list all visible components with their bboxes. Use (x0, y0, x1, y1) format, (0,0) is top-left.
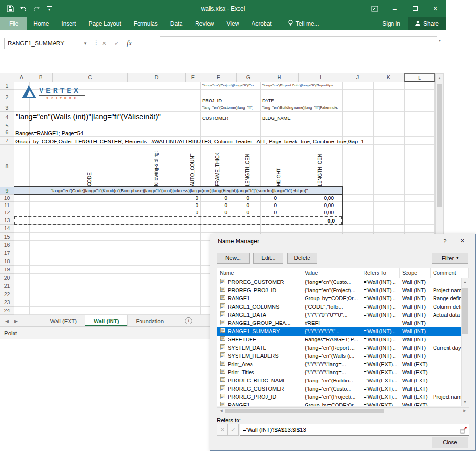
cell-f2[interactable]: PROJ_ID (202, 98, 222, 103)
name-box-dropdown-icon[interactable]: ▾ (81, 41, 90, 46)
name-row[interactable]: RANGE1_SUMMARY {"\"\"\"\"\"\"\"\"... ='W… (217, 327, 462, 336)
row-header[interactable]: 9 (0, 187, 14, 195)
row-header[interactable]: 13 (0, 216, 14, 225)
row-header[interactable]: 7 (0, 137, 14, 145)
name-row[interactable]: RANGE1 Group_by=CODE;Or... ='Wall (INT).… (217, 295, 462, 303)
row-header[interactable]: 11 (0, 202, 14, 209)
name-row[interactable]: RANGE1_GROUP_HEA... #REF! Wall (INT) (217, 319, 462, 327)
save-icon[interactable] (4, 3, 16, 14)
cell-f1[interactable]: "lang="en"(Project)|lang="fi"(Pro (202, 83, 254, 87)
new-button[interactable]: New... (217, 253, 250, 264)
maximize-button[interactable] (405, 0, 425, 17)
column-header[interactable]: I (299, 73, 342, 82)
close-button[interactable]: × (425, 0, 446, 17)
cell-g12[interactable]: 0 (237, 210, 249, 215)
sheet-tab[interactable]: Foundation (128, 315, 173, 326)
filter-button[interactable]: Filter ▾ (432, 253, 468, 264)
cell-f12[interactable]: 0 (200, 210, 227, 215)
ribbon-tab[interactable]: View (221, 17, 246, 30)
row-header[interactable]: 5 (0, 123, 14, 128)
select-all-corner[interactable] (0, 73, 14, 82)
cell-f3[interactable]: "lang="en"(Customer)|lang="fi"( (202, 105, 252, 110)
cancel-icon[interactable]: ✕ (98, 38, 111, 49)
name-row[interactable]: RANGE1_DATA {"\"\"\"\"0"\"0"\"0"... ='Wa… (217, 311, 462, 319)
name-row[interactable]: RANGE1_COLUMNS {"CODE","follo... ='Wall … (217, 303, 462, 311)
list-vertical-scroll-thumb[interactable] (462, 288, 468, 334)
row-header[interactable]: 6 (0, 128, 14, 137)
name-box-input[interactable] (5, 40, 81, 47)
list-column-header[interactable]: Scope (400, 268, 431, 278)
tell-me-box[interactable]: Tell me... (281, 17, 326, 30)
list-horizontal-scrollbar[interactable]: ◀ ▶ (217, 407, 469, 414)
name-row[interactable]: SHEETDEF Ranges=RANGE1; P... ='Wall (INT… (217, 336, 462, 344)
cell-a4-title[interactable]: "lang="en"(Walls (int))"|lang="fi"(Välis… (16, 113, 161, 121)
dialog-close-button[interactable]: × (458, 237, 467, 245)
cell-i11[interactable]: 0,00 (299, 203, 334, 208)
range-picker-icon[interactable] (458, 424, 469, 435)
name-row[interactable]: SYSTEM_HEADERS {"lang="en"(Walls (i... =… (217, 352, 462, 360)
row-header[interactable]: 14 (0, 225, 14, 233)
name-row[interactable]: RANGE1 Group_by=CODE;Or... ='Wall (EXT).… (217, 401, 462, 406)
column-header[interactable]: J (342, 73, 373, 82)
formula-bar-expand-icon[interactable]: ▾ (439, 38, 441, 42)
row-header[interactable]: 4 (0, 112, 14, 123)
sheet-tab[interactable]: Wall (EXT) (42, 315, 85, 326)
cell-i12[interactable]: 0,00 (299, 210, 334, 215)
close-dialog-button[interactable]: Close (432, 437, 468, 448)
cell-a7[interactable]: Group_by=CODE;Order=LENGTH_CENTER; Eleme… (15, 139, 364, 144)
row-header[interactable]: 12 (0, 209, 14, 216)
row-header[interactable]: 2 (0, 90, 14, 104)
column-header[interactable]: A (14, 73, 29, 82)
row-header[interactable]: 24 (0, 307, 14, 315)
list-column-header[interactable]: Name (217, 268, 302, 278)
column-header[interactable]: C (53, 73, 128, 82)
cell-h10[interactable]: 0 (260, 196, 277, 201)
cell-f10[interactable]: 0 (200, 196, 227, 201)
list-column-header[interactable]: Comment (431, 268, 469, 278)
cell-h4[interactable]: BLDG_NAME (262, 115, 291, 121)
cell-f4[interactable]: CUSTOMER (202, 115, 228, 121)
cell-row9-header-text[interactable]: "lang="en"(Code)|lang="fi"(Koodi)n"(Bom … (51, 188, 308, 193)
name-row[interactable]: SYSTEM_DATE {"lang="en"(Report ... ='Wal… (217, 344, 462, 352)
cell-g11[interactable]: 0 (237, 203, 249, 208)
ribbon-tab[interactable]: File (0, 17, 27, 30)
add-sheet-button[interactable]: + (185, 315, 192, 326)
rotated-header-length-cen[interactable]: LENGTH_CEN (245, 146, 250, 186)
column-header[interactable]: E (186, 73, 200, 82)
column-header[interactable]: D (128, 73, 186, 82)
row-header[interactable]: 23 (0, 298, 14, 307)
name-box[interactable]: ▾ (4, 38, 90, 49)
ribbon-tab[interactable]: Home (27, 17, 55, 30)
row-header[interactable]: 17 (0, 249, 14, 257)
cell-h1[interactable]: "lang="en"(Report Date)|lang="fi"(Raport… (262, 83, 333, 87)
ribbon-tab[interactable]: Page Layout (82, 17, 127, 30)
rotated-header-auto-count[interactable]: AUTO_COUNT (190, 146, 195, 186)
ribbon-tab[interactable]: Review (189, 17, 220, 30)
row-header[interactable]: 15 (0, 233, 14, 241)
column-header[interactable]: G (237, 73, 260, 82)
vertical-scroll-thumb[interactable] (437, 84, 442, 207)
rotated-header-code[interactable]: CODE (87, 146, 92, 186)
row-header[interactable]: 1 (0, 82, 14, 90)
rotated-header-height[interactable]: HEIGHT (276, 146, 281, 186)
row-header[interactable]: 3 (0, 104, 14, 112)
name-row[interactable]: PROREG_CUSTOMER {"lang="en"(Custo... ='W… (217, 385, 462, 393)
cell-h2[interactable]: DATE (262, 98, 274, 103)
refers-to-input[interactable] (240, 427, 458, 433)
sheet-tab[interactable]: Wall (INT) (85, 315, 128, 326)
row-header[interactable]: 22 (0, 290, 14, 298)
scroll-up-icon[interactable]: ▲ (436, 74, 443, 82)
list-scroll-right-icon[interactable]: ▶ (461, 408, 469, 414)
redo-icon[interactable] (30, 3, 42, 14)
cell-i10[interactable]: 0,00 (299, 196, 334, 201)
cell-e11[interactable]: 0 (186, 203, 198, 208)
cell-g10[interactable]: 0 (237, 196, 249, 201)
list-column-header[interactable]: Refers To (361, 268, 400, 278)
cell-a6[interactable]: Ranges=RANGE1; Page=54 (15, 130, 83, 136)
name-row[interactable]: PROREG_PROJ_ID {"lang="en"(Project)... =… (217, 286, 462, 295)
rotated-header-frame-thick[interactable]: FRAME_THICK (215, 146, 220, 186)
share-button[interactable]: Share (408, 17, 446, 30)
sheet-next-icon[interactable]: ▶ (14, 319, 18, 324)
sign-in-button[interactable]: Sign in (375, 17, 408, 30)
list-horizontal-scroll-thumb[interactable] (225, 409, 384, 413)
